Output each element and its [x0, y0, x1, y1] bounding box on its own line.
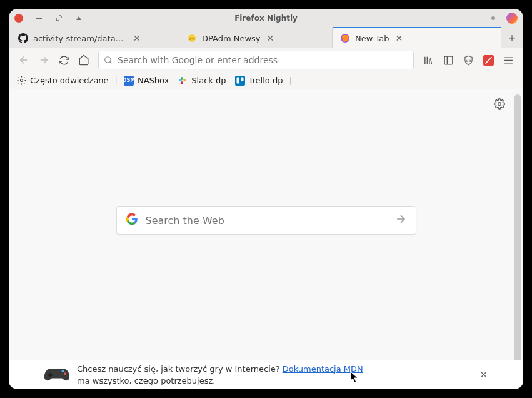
tab-dpadm-newsy[interactable]: DPAdm Newsy ✕ [179, 27, 333, 48]
page-icon [187, 33, 197, 43]
library-button[interactable] [419, 51, 438, 69]
dsm-icon: DSM [124, 76, 134, 86]
slack-icon [178, 76, 188, 86]
tab-close-icon[interactable]: ✕ [394, 33, 404, 44]
gamepad-icon [44, 365, 69, 384]
reload-button[interactable] [54, 51, 73, 69]
svg-rect-10 [183, 79, 186, 81]
home-button[interactable] [74, 51, 93, 69]
window-title: Firefox Nightly [234, 14, 298, 23]
svg-rect-13 [235, 76, 245, 86]
svg-point-16 [498, 103, 501, 106]
search-icon [104, 56, 113, 64]
bookmark-separator: | [289, 76, 291, 85]
window-menu-dot[interactable] [489, 14, 498, 23]
snippet-text-after: ma wszystko, czego potrzebujesz. [77, 376, 215, 385]
bookmark-nasbox[interactable]: DSM NASbox [121, 74, 171, 87]
titlebar: Firefox Nightly [9, 9, 523, 27]
bookmark-label: Często odwiedzane [30, 76, 109, 85]
svg-rect-5 [444, 56, 453, 64]
newtab-content: Chcesz nauczyć się, jak tworzyć gry w In… [9, 89, 523, 389]
bookmark-label: NASbox [138, 76, 169, 85]
svg-point-18 [64, 372, 66, 375]
bookmark-trello[interactable]: Trello dp [233, 74, 286, 87]
trello-icon [235, 76, 245, 86]
gear-icon [494, 98, 505, 110]
bookmark-slack[interactable]: Slack dp [175, 74, 228, 87]
svg-point-8 [21, 79, 23, 82]
snippet-text-before: Chcesz nauczyć się, jak tworzyć gry w In… [77, 364, 280, 374]
window-minimize-button[interactable] [34, 14, 43, 23]
bookmarks-toolbar: Często odwiedzane | DSM NASbox Slack dp … [9, 72, 523, 89]
svg-rect-0 [36, 18, 42, 19]
snippet-close-button[interactable]: ✕ [479, 369, 488, 380]
bookmark-label: Trello dp [249, 76, 283, 85]
tab-activity-stream[interactable]: activity-stream/data_ev ✕ [11, 27, 179, 48]
google-icon [126, 213, 138, 228]
svg-rect-14 [236, 77, 239, 83]
new-tab-button[interactable]: ＋ [501, 27, 523, 48]
window-close-button[interactable] [14, 14, 23, 23]
svg-rect-20 [48, 374, 53, 376]
sidebar-button[interactable] [439, 51, 458, 69]
forward-button[interactable] [34, 51, 53, 69]
firefox-nightly-icon [340, 33, 350, 43]
submit-arrow-icon[interactable] [394, 213, 407, 228]
search-input[interactable] [146, 215, 387, 227]
snippet-bar: Chcesz nauczyć się, jak tworzyć gry w In… [9, 360, 523, 389]
tab-strip: activity-stream/data_ev ✕ DPAdm Newsy ✕ … [9, 27, 523, 48]
svg-text:uo: uo [466, 58, 472, 63]
tab-label: DPAdm Newsy [202, 34, 261, 43]
vertical-scrollbar[interactable] [514, 94, 521, 384]
svg-point-4 [105, 57, 111, 63]
bookmark-separator: | [115, 76, 118, 85]
back-button[interactable] [14, 51, 33, 69]
snippet-link[interactable]: Dokumentacja MDN [283, 364, 363, 374]
svg-rect-11 [181, 77, 183, 80]
bookmark-frequent[interactable]: Często odwiedzane [14, 74, 111, 86]
svg-point-17 [62, 370, 64, 372]
bookmark-label: Slack dp [191, 76, 226, 85]
customize-gear-button[interactable] [494, 98, 505, 112]
browser-window: Firefox Nightly activity-stream/data_ev … [9, 9, 523, 389]
github-icon [18, 33, 28, 43]
nav-toolbar: uo [9, 48, 523, 72]
url-bar[interactable] [98, 51, 414, 69]
search-box[interactable] [116, 206, 416, 235]
ublock-shield-icon[interactable]: uo [459, 51, 478, 69]
svg-rect-12 [181, 81, 183, 84]
tab-new-tab[interactable]: New Tab ✕ [333, 27, 501, 48]
url-input[interactable] [118, 55, 408, 65]
window-keep-above-button[interactable] [74, 14, 83, 23]
gear-icon [17, 76, 26, 85]
tab-close-icon[interactable]: ✕ [266, 33, 276, 44]
tab-label: New Tab [355, 34, 389, 43]
extension-red-icon[interactable] [479, 51, 498, 69]
window-maximize-button[interactable] [54, 14, 63, 23]
app-menu-button[interactable] [499, 51, 518, 69]
firefox-profile-icon[interactable] [506, 13, 518, 24]
svg-rect-15 [241, 77, 244, 81]
tab-label: activity-stream/data_ev [33, 34, 127, 43]
svg-point-1 [491, 16, 495, 20]
tab-close-icon[interactable]: ✕ [132, 33, 142, 44]
